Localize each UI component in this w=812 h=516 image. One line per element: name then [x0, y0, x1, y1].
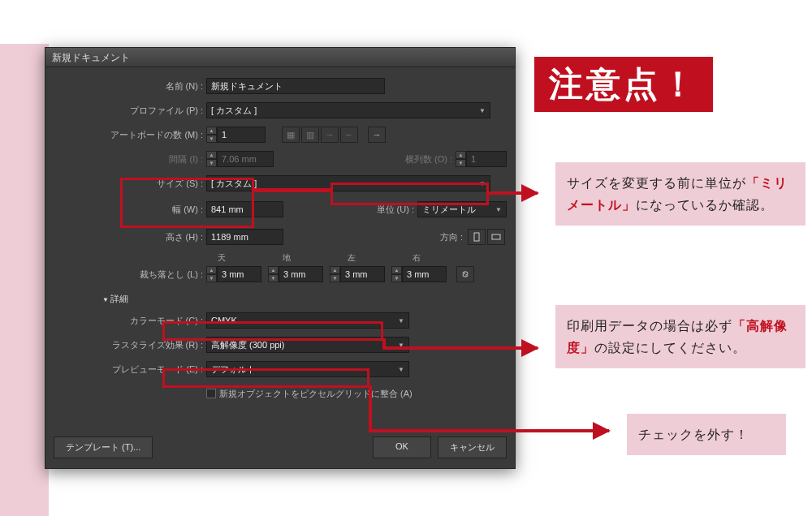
- page-accent-bg: [0, 44, 49, 516]
- arrange-left-icon: ←: [340, 127, 358, 143]
- preview-select[interactable]: デフォルト: [206, 361, 409, 377]
- size-select[interactable]: [ カスタム ]: [206, 175, 490, 191]
- grid-by-row-icon: ▦: [282, 127, 300, 143]
- grid-by-col-icon: ▥: [301, 127, 319, 143]
- profile-select[interactable]: [ カスタム ]: [206, 102, 490, 118]
- highlight-connector: [253, 188, 333, 192]
- spacing-stepper: ▲▼: [206, 151, 274, 167]
- colormode-label: カラーモード (C) :: [45, 315, 206, 327]
- units-label: 単位 (U) :: [377, 204, 417, 216]
- callout-title: 注意点！: [534, 57, 713, 112]
- align-pixel-checkbox[interactable]: [206, 389, 216, 398]
- new-document-dialog: 新規ドキュメント 名前 (N) : プロファイル (P) : [ カスタム ] …: [45, 47, 516, 469]
- height-label: 高さ (H) :: [45, 231, 206, 243]
- orientation-label: 方向 :: [440, 231, 468, 243]
- columns-label: 横列数 (O) :: [405, 153, 456, 166]
- cancel-button[interactable]: キャンセル: [438, 436, 507, 458]
- raster-label: ラスタライズ効果 (R) :: [45, 339, 206, 351]
- template-button[interactable]: テンプレート (T)...: [54, 436, 153, 458]
- height-input[interactable]: [206, 229, 283, 245]
- bleed-top-stepper[interactable]: ▲▼: [206, 266, 261, 282]
- name-label: 名前 (N) :: [45, 80, 206, 92]
- callout-note-2: 印刷用データの場合は必ず「高解像度」の設定にしてください。: [555, 305, 806, 368]
- callout-note-1: サイズを変更する前に単位が「ミリメートル」になっているか確認。: [555, 162, 806, 226]
- advanced-section-toggle[interactable]: 詳細: [102, 293, 507, 305]
- width-label: 幅 (W) :: [45, 204, 206, 216]
- svg-rect-1: [492, 234, 500, 239]
- bleed-label: 裁ち落とし (L) :: [45, 269, 206, 281]
- arrow-3: [369, 429, 609, 432]
- orientation-portrait-icon[interactable]: [468, 229, 486, 245]
- width-input[interactable]: [206, 201, 283, 217]
- arrow-right-icon[interactable]: →: [368, 127, 386, 143]
- name-input[interactable]: [206, 78, 385, 94]
- ok-button[interactable]: OK: [373, 436, 431, 458]
- dialog-titlebar: 新規ドキュメント: [45, 48, 515, 67]
- spacing-label: 間隔 (I) :: [45, 153, 206, 166]
- arrow-1: [489, 191, 538, 195]
- units-select[interactable]: ミリメートル: [417, 201, 507, 217]
- profile-label: プロファイル (P) :: [45, 105, 206, 117]
- link-icon[interactable]: [456, 266, 474, 282]
- arrow-2: [382, 346, 538, 350]
- columns-stepper: ▲▼: [456, 151, 507, 167]
- arrow-3-stem: [369, 385, 372, 431]
- artboards-stepper[interactable]: ▲▼: [206, 127, 266, 143]
- callout-note-3: チェックを外す！: [627, 414, 786, 455]
- size-label: サイズ (S) :: [45, 178, 206, 190]
- svg-rect-0: [474, 233, 479, 241]
- raster-select[interactable]: 高解像度 (300 ppi): [206, 337, 409, 353]
- dialog-title: 新規ドキュメント: [52, 52, 130, 63]
- colormode-select[interactable]: CMYK: [206, 312, 409, 329]
- preview-label: プレビューモード (E) :: [45, 363, 206, 376]
- bleed-headers: 天 地 左 右: [218, 252, 507, 264]
- orientation-landscape-icon[interactable]: [487, 229, 505, 245]
- bleed-bottom-stepper[interactable]: ▲▼: [268, 266, 323, 282]
- bleed-left-stepper[interactable]: ▲▼: [330, 266, 385, 282]
- bleed-right-stepper[interactable]: ▲▼: [391, 266, 447, 282]
- artboards-label: アートボードの数 (M) :: [45, 129, 206, 141]
- arrange-right-icon: →: [321, 127, 339, 143]
- align-pixel-label: 新規オブジェクトをピクセルグリッドに整合 (A): [219, 388, 412, 400]
